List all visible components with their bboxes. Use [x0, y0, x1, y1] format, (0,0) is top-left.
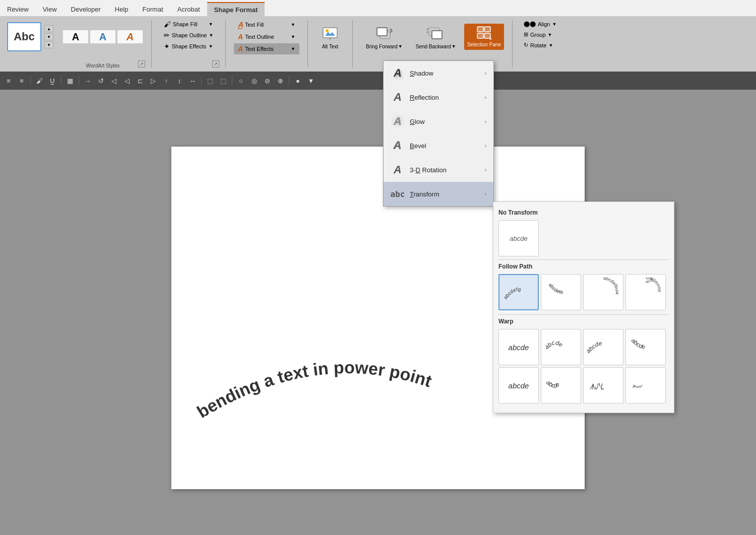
text-effects-button[interactable]: A Text Effects ▼: [234, 43, 299, 54]
dropdown-item-glow[interactable]: A Glow ›: [384, 109, 493, 133]
toolbar-sep-3: [79, 76, 79, 85]
warp-cell-4[interactable]: abcde: [625, 329, 666, 365]
scroll-up-arrow[interactable]: ▲: [44, 25, 53, 32]
tab-shape-format[interactable]: Shape Format: [207, 2, 265, 16]
dropdown-item-transform[interactable]: abc Transform ›: [384, 182, 493, 206]
selection-pane-button[interactable]: Selection Pane: [464, 24, 504, 50]
svg-text:abcde: abcde: [587, 340, 603, 355]
shape-fill-button[interactable]: 🖌 Shape Fill ▼: [161, 19, 216, 29]
warp-cell-8[interactable]: ᗒᔕᒻ: [625, 367, 666, 404]
wordart-style-black[interactable]: A: [62, 30, 89, 44]
shape-outline-button[interactable]: ✏ Shape Outline ▼: [161, 30, 217, 40]
toolbar-btn-box2[interactable]: ⬚: [218, 75, 229, 86]
align-button[interactable]: ⬤⬤ Align ▼: [521, 19, 559, 29]
glow-arrow: ›: [485, 119, 486, 124]
toolbar-btn-box1[interactable]: ⬚: [205, 75, 216, 86]
tab-view[interactable]: View: [36, 2, 64, 16]
tab-help[interactable]: Help: [108, 2, 136, 16]
toolbar-btn-undo[interactable]: ↺: [95, 75, 106, 86]
text-fill-button[interactable]: A̲ Text Fill ▼: [234, 19, 299, 30]
tab-review[interactable]: Review: [0, 2, 36, 16]
toolbar-btn-up-arr[interactable]: ↑: [161, 75, 172, 86]
wordart-dialog-launcher[interactable]: ↗: [138, 60, 145, 68]
no-transform-cell[interactable]: abcde: [498, 220, 539, 256]
scroll-down-arrow[interactable]: ▼: [44, 41, 53, 48]
group-divider-1: [151, 20, 152, 68]
warp-cell-7[interactable]: ᗑᔑᒺ: [583, 367, 623, 404]
warp-cell-2[interactable]: abcde: [541, 329, 581, 365]
text-effects-arrow: ▼: [291, 46, 295, 51]
wordart-style-blue[interactable]: A: [90, 30, 116, 44]
follow-path-circle[interactable]: abcdefbulk: [583, 274, 623, 310]
wordart-style-orange[interactable]: A: [117, 30, 143, 44]
toolbar-btn-list1[interactable]: ≡: [3, 75, 14, 86]
toolbar-btn-slash[interactable]: ⊘: [262, 75, 273, 86]
toolbar-btn-leftright[interactable]: ↔: [187, 75, 198, 86]
toolbar-btn-circle1[interactable]: ○: [235, 75, 246, 86]
follow-path-arc-up[interactable]: abcdefg: [498, 274, 539, 310]
toolbar-btn-arrow-right[interactable]: →: [82, 75, 93, 86]
toolbar-btn-circle2[interactable]: ◎: [248, 75, 260, 86]
reflection-arrow: ›: [485, 95, 486, 100]
dropdown-item-shadow[interactable]: A Shadow ›: [384, 61, 493, 85]
group-divider-2: [225, 20, 226, 68]
warp-text-5: abcde: [509, 381, 529, 390]
follow-path-arc-down[interactable]: abcdeta: [541, 274, 581, 310]
rotate-arrow: ▼: [548, 43, 553, 48]
tab-developer[interactable]: Developer: [64, 2, 108, 16]
wordart-styles-container: A A A: [62, 30, 143, 44]
group-button[interactable]: ⊞ Group ▼: [521, 30, 555, 39]
send-backward-arrow: ▼: [452, 44, 456, 49]
toolbar-btn-updown[interactable]: ↕: [174, 75, 185, 86]
svg-rect-0: [323, 28, 337, 38]
warp-cell-6[interactable]: abcde: [541, 367, 581, 404]
toolbar-btn-paint[interactable]: 🖌: [34, 75, 45, 86]
toolbar-btn-grid[interactable]: ▦: [65, 75, 76, 86]
send-backward-button[interactable]: Send Backward ▼: [411, 23, 461, 51]
toolbar-btn-tri2[interactable]: ◁: [121, 75, 133, 86]
warp-cell-5[interactable]: abcde: [498, 367, 539, 404]
group-icon: ⊞: [524, 31, 528, 38]
follow-path-title: Follow Path: [498, 263, 669, 270]
transform-divider-2: [498, 314, 669, 315]
toolbar-btn-dotcircle[interactable]: ⊕: [275, 75, 286, 86]
dropdown-item-3d-rotation[interactable]: A 3-D Rotation ›: [384, 158, 493, 182]
shape-dialog-launcher[interactable]: ↗: [212, 60, 219, 68]
tab-acrobat[interactable]: Acrobat: [170, 2, 207, 16]
transform-submenu: No Transform abcde Follow Path abcdefg a…: [493, 202, 674, 413]
warp-grid: abcde abcde abcde: [498, 329, 669, 404]
toolbar-btn-fill-circle[interactable]: ●: [292, 75, 303, 86]
dropdown-item-bevel[interactable]: A Bevel ›: [384, 133, 493, 158]
abc-button[interactable]: Abc: [7, 22, 41, 51]
scroll-mid-arrow[interactable]: ▼: [44, 33, 53, 40]
warp-cell-1[interactable]: abcde: [498, 329, 539, 365]
toolbar-btn-underline[interactable]: U̲: [47, 75, 58, 86]
svg-text:ᗑᔑᒺ: ᗑᔑᒺ: [590, 382, 604, 391]
svg-text:abcdefbulk: abcdefbulk: [603, 277, 618, 295]
toolbar-sep-4: [201, 76, 202, 85]
shape-effects-icon: ✦: [164, 42, 170, 50]
align-icon: ⬤⬤: [524, 21, 536, 27]
bring-forward-button[interactable]: Bring Forward ▼: [361, 23, 408, 51]
transform-icon: abc: [391, 187, 405, 201]
shape-effects-button[interactable]: ✦ Shape Effects ▼: [161, 41, 216, 51]
toolbar-sep-6: [289, 76, 289, 85]
text-outline-button[interactable]: A Text Outline ▼: [234, 31, 299, 42]
toolbar-btn-tri3[interactable]: ▷: [148, 75, 159, 86]
toolbar-sep-5: [232, 76, 232, 85]
follow-path-button[interactable]: Ghijlmnop abcde: [625, 274, 666, 310]
svg-text:abcde: abcde: [629, 337, 646, 351]
dropdown-item-reflection[interactable]: A Reflection ›: [384, 85, 493, 109]
rotate-button[interactable]: ↻ Rotate ▼: [521, 40, 556, 50]
toolbar-sep-1: [30, 76, 31, 85]
tab-format[interactable]: Format: [136, 2, 170, 16]
toolbar-btn-square1[interactable]: ⊏: [135, 75, 146, 86]
text-outline-arrow: ▼: [291, 34, 295, 39]
toolbar-btn-list2[interactable]: ≡: [16, 75, 27, 86]
alt-text-button[interactable]: Alt Text: [316, 23, 344, 51]
text-effects-dropdown: A Shadow › A Reflection › A Glow › A Bev…: [383, 60, 494, 207]
warp-cell-3[interactable]: abcde: [583, 329, 623, 365]
align-label: Align: [538, 21, 550, 27]
toolbar-btn-tri1[interactable]: ◁: [108, 75, 119, 86]
toolbar-btn-arrow-down2[interactable]: ▼: [305, 75, 317, 86]
